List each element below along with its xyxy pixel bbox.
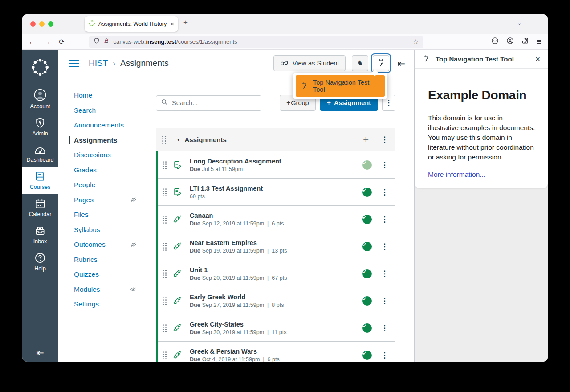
global-nav-dashboard[interactable]: Dashboard [22,141,58,167]
more-information-link[interactable]: More information... [428,171,485,178]
bookmark-star-icon[interactable]: ☆ [413,38,419,45]
row-kebab-icon[interactable]: ⋮ [381,351,388,359]
row-kebab-icon[interactable]: ⋮ [381,161,388,169]
course-nav-link[interactable]: Rubrics [69,256,137,264]
row-kebab-icon[interactable]: ⋮ [381,216,388,223]
view-as-student-button[interactable]: View as Student [273,55,346,71]
assignment-row[interactable]: Near Eastern Empires DueSep 19, 2019 at … [158,233,395,260]
global-nav-account[interactable]: Account [22,85,58,114]
close-window-button[interactable] [30,21,36,27]
assignment-row[interactable]: Long Description Assignment DueJul 5 at … [158,151,395,179]
published-check-icon[interactable]: ✓ [362,351,372,360]
new-tab-button[interactable]: + [183,19,188,26]
assignment-title[interactable]: Canaan [190,212,362,220]
drag-handle-icon[interactable] [162,135,167,144]
assignment-title[interactable]: Long Description Assignment [190,157,362,166]
assignment-row[interactable]: Early Greek World DueSep 27, 2019 at 11:… [158,287,395,314]
course-nav-link[interactable]: Discussions [69,151,137,159]
minimize-window-button[interactable] [39,21,45,27]
browser-tab[interactable]: Assignments: World History × [85,16,178,32]
published-check-icon[interactable]: ✓ [362,269,372,278]
published-check-icon[interactable]: ✓ [362,296,372,306]
course-nav-link[interactable]: Outcomes [69,241,137,249]
assignment-search-field[interactable] [156,95,261,111]
drag-handle-icon[interactable] [163,270,167,278]
assignment-subtitle: DueSep 12, 2019 at 11:59pm|6 pts [190,220,362,227]
tab-list-chevron-icon[interactable]: ⌄ [517,20,522,26]
course-tool-horse-icon-button[interactable]: ♞ [352,55,368,71]
forward-button[interactable]: → [44,38,51,45]
zoom-window-button[interactable] [48,21,53,27]
published-check-icon[interactable]: ✓ [362,188,372,197]
course-nav-link[interactable]: Settings [69,300,137,308]
tray-close-icon[interactable]: × [535,55,540,63]
url-bar[interactable]: canvas-web.inseng.test/courses/1/assignm… [89,36,423,48]
course-menu-hamburger-icon[interactable] [69,60,79,67]
global-nav-admin[interactable]: Admin [22,114,58,141]
course-nav-link[interactable]: Home [69,91,137,99]
course-nav-link[interactable]: Quizzes [69,270,137,278]
drag-handle-icon[interactable] [163,188,167,196]
drag-handle-icon[interactable] [163,215,167,224]
extensions-puzzle-icon[interactable] [521,37,529,46]
drag-handle-icon[interactable] [163,324,167,332]
row-kebab-icon[interactable]: ⋮ [381,188,388,196]
assignment-title[interactable]: Unit 1 [190,266,362,274]
course-nav-link[interactable]: Search [69,106,137,114]
row-kebab-icon[interactable]: ⋮ [381,324,388,332]
search-input[interactable] [172,99,256,106]
row-kebab-icon[interactable]: ⋮ [381,297,388,305]
collapse-group-caret-icon[interactable]: ▾ [177,137,180,142]
assignment-row[interactable]: LTI 1.3 Test Assignment 60 pts ✓ ⋮ [158,179,395,206]
published-check-icon[interactable]: ✓ [362,242,372,251]
tracking-shield-icon[interactable] [94,37,100,46]
insecure-lock-icon[interactable] [103,37,110,46]
reload-button[interactable]: ⟳ [59,38,65,45]
course-nav-link[interactable]: Syllabus [69,226,137,234]
published-check-icon[interactable]: ✓ [362,323,372,333]
canvas-logo-icon[interactable] [30,57,50,79]
row-kebab-icon[interactable]: ⋮ [381,243,388,250]
course-nav-link[interactable]: Announcements [69,121,137,129]
account-icon[interactable] [506,37,514,46]
course-nav-link[interactable]: Grades [69,166,137,174]
pocket-icon[interactable] [491,37,499,46]
assignment-title[interactable]: Early Greek World [190,293,362,302]
published-check-icon[interactable]: ✓ [362,160,372,170]
drag-handle-icon[interactable] [163,351,167,359]
drag-handle-icon[interactable] [163,242,167,251]
example-domain-text: This domain is for use in illustrative e… [428,113,535,162]
drag-handle-icon[interactable] [163,161,167,169]
lti-tools-plug-button[interactable] [373,55,389,71]
assignment-row[interactable]: Greek City-States DueSep 30, 2019 at 11:… [158,314,395,342]
assignment-title[interactable]: Near Eastern Empires [190,239,362,247]
breadcrumb-course-link[interactable]: HIST [89,58,108,68]
course-nav-link[interactable]: Files [69,211,137,219]
global-nav-inbox[interactable]: Inbox [22,221,58,249]
tab-close-icon[interactable]: × [171,21,174,27]
course-nav-link[interactable]: Pages [69,196,137,204]
group-kebab-icon[interactable]: ⋮ [381,136,388,143]
collapse-tray-icon[interactable]: ⇤ [397,59,405,68]
global-nav-help[interactable]: Help [22,249,58,276]
browser-toolbar: ← → ⟳ canvas-web.inseng.test/courses/1/a… [22,34,548,50]
collapse-global-nav-icon[interactable]: ⇤ [22,348,58,357]
back-button[interactable]: ← [28,38,36,45]
published-check-icon[interactable]: ✓ [362,215,372,224]
row-kebab-icon[interactable]: ⋮ [381,270,388,278]
global-nav-courses[interactable]: Courses [22,167,58,194]
menu-hamburger-icon[interactable]: ≡ [537,37,542,46]
global-nav-calendar[interactable]: Calendar [22,194,58,221]
assignment-row[interactable]: Canaan DueSep 12, 2019 at 11:59pm|6 pts … [158,206,395,233]
top-navigation-test-tool-menu-item[interactable]: Top Navigation Test Tool [296,75,385,97]
course-nav-link[interactable]: Modules [69,286,137,294]
course-nav-link[interactable]: Assignments [69,136,137,144]
course-nav-link[interactable]: People [69,181,137,189]
drag-handle-icon[interactable] [163,297,167,305]
assignment-title[interactable]: Greek City-States [190,320,362,329]
assignment-title[interactable]: Greek & Persian Wars [190,347,362,356]
add-assignment-to-group-icon[interactable]: + [363,135,369,145]
assignment-row[interactable]: Unit 1 DueSep 20, 2019 at 11:59pm|67 pts… [158,260,395,287]
assignment-row[interactable]: Greek & Persian Wars DueOct 4, 2019 at 1… [158,342,395,362]
assignment-title[interactable]: LTI 1.3 Test Assignment [190,184,362,193]
